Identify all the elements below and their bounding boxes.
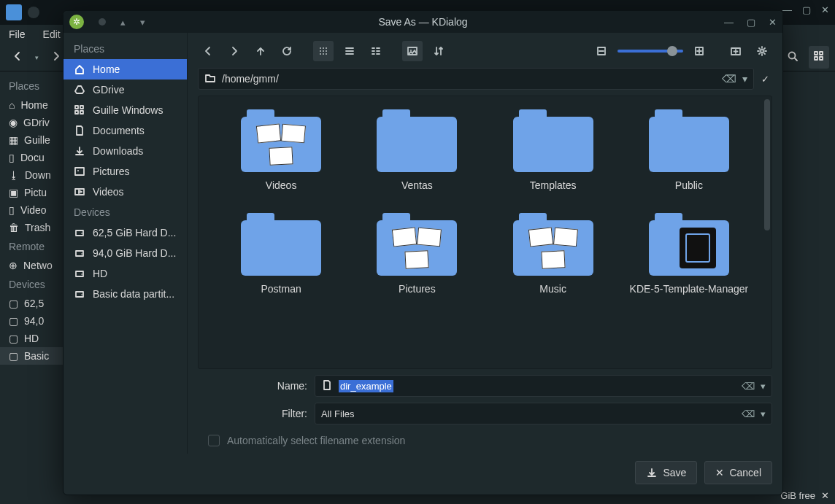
name-value: dir_example: [339, 380, 393, 392]
bg-sidebar-item[interactable]: ⌂Home: [0, 96, 69, 114]
path-text: /home/gmm/: [222, 73, 279, 85]
svg-point-24: [323, 50, 324, 52]
settings-button[interactable]: [752, 41, 772, 61]
svg-point-13: [81, 233, 82, 234]
bg-sidebar-item[interactable]: ⭳Down: [0, 166, 69, 184]
bg-sidebar-item[interactable]: ⊕Netwo: [0, 257, 69, 274]
sidebar-item-pictures[interactable]: Pictures: [64, 161, 187, 182]
svg-point-10: [77, 170, 79, 171]
view-icons-button[interactable]: [313, 41, 334, 61]
folder-ventas[interactable]: Ventas: [356, 109, 477, 191]
disk-icon: [74, 288, 85, 300]
chevron-down-icon[interactable]: ▾: [140, 17, 145, 28]
sidebar-item-device[interactable]: 62,5 GiB Hard D...: [64, 222, 187, 243]
reload-button[interactable]: [277, 41, 297, 61]
close-icon[interactable]: ✕: [821, 4, 829, 15]
zoom-out-button[interactable]: [591, 41, 612, 61]
path-input[interactable]: /home/gmm/ ⌫ ▾: [198, 68, 754, 90]
svg-point-19: [81, 294, 82, 295]
clear-icon[interactable]: ⌫: [742, 408, 755, 419]
folder-icon: [204, 72, 216, 86]
sidebar-item-label: Guille Windows: [93, 104, 163, 116]
clear-icon[interactable]: ⌫: [722, 73, 736, 85]
maximize-icon[interactable]: ▢: [747, 17, 755, 28]
sidebar-item-label: HD: [93, 268, 107, 279]
checkbox[interactable]: [208, 435, 220, 446]
svg-rect-11: [75, 189, 84, 195]
view-list-button[interactable]: [339, 41, 360, 61]
chevron-down-icon[interactable]: ▾: [761, 408, 766, 419]
bg-sidebar-item[interactable]: 🗑Trash: [0, 219, 69, 236]
save-button[interactable]: Save: [635, 461, 697, 484]
bg-sidebar-item[interactable]: ▢HD: [0, 330, 69, 347]
cancel-button[interactable]: ✕ Cancel: [704, 461, 772, 484]
bg-sidebar-item[interactable]: ▯Video: [0, 201, 69, 219]
filter-field[interactable]: All Files ⌫ ▾: [315, 403, 772, 424]
sidebar-item-guille-windows[interactable]: Guille Windows: [64, 100, 187, 120]
bg-sidebar-item[interactable]: ▢62,5: [0, 295, 69, 312]
view-icons-button[interactable]: [809, 46, 829, 69]
sidebar-item-downloads[interactable]: Downloads: [64, 141, 187, 161]
folder-icon: [649, 109, 729, 172]
folder-postman[interactable]: Postman: [220, 213, 342, 295]
folder-label: Music: [539, 283, 566, 295]
chevron-down-icon[interactable]: ▾: [35, 54, 39, 61]
chevron-down-icon[interactable]: ▾: [742, 73, 747, 85]
folder-videos[interactable]: Videos: [220, 109, 342, 191]
disk-icon: [74, 227, 85, 239]
forward-button[interactable]: [224, 41, 245, 61]
new-folder-button[interactable]: [726, 41, 746, 61]
sidebar-item-device[interactable]: HD: [64, 263, 187, 284]
maximize-icon[interactable]: ▢: [802, 4, 811, 15]
file-grid[interactable]: VideosVentasTemplatesPublicPostmanPictur…: [198, 96, 772, 369]
chevron-down-icon[interactable]: ▾: [761, 381, 766, 392]
minimize-icon[interactable]: —: [782, 4, 792, 15]
devices-header: Devices: [64, 202, 187, 222]
close-icon[interactable]: ✕: [769, 17, 777, 28]
folder-pictures[interactable]: Pictures: [356, 213, 477, 295]
back-button[interactable]: [198, 41, 218, 61]
bg-sidebar-item[interactable]: ▯Docu: [0, 149, 69, 166]
preview-button[interactable]: [402, 41, 423, 61]
minimize-icon[interactable]: —: [724, 17, 734, 28]
sidebar-item-home[interactable]: Home: [64, 59, 187, 80]
sidebar-item-label: Basic data partit...: [93, 288, 174, 300]
folder-kde-5-template-manager[interactable]: KDE-5-Template-Manager: [628, 213, 750, 295]
sort-button[interactable]: [428, 41, 449, 61]
view-tree-button[interactable]: [366, 41, 386, 61]
accept-path-icon[interactable]: ✓: [758, 74, 772, 85]
menu-edit[interactable]: Edit: [43, 28, 61, 40]
sidebar-item-documents[interactable]: Documents: [64, 120, 187, 141]
clear-icon[interactable]: ⌫: [742, 381, 755, 392]
bg-sidebar-item[interactable]: ▦Guille: [0, 131, 69, 149]
close-status-icon[interactable]: ✕: [821, 490, 829, 501]
doc-icon: [74, 125, 85, 136]
folder-public[interactable]: Public: [628, 109, 750, 191]
name-field[interactable]: dir_example ⌫ ▾: [315, 375, 772, 397]
chevron-up-icon[interactable]: ▴: [120, 17, 126, 28]
folder-music[interactable]: Music: [493, 213, 614, 295]
bg-sidebar-item[interactable]: ▣Pictu: [0, 184, 69, 201]
auto-extension-row[interactable]: Automatically select filename extension: [198, 435, 772, 446]
zoom-in-button[interactable]: [689, 41, 709, 61]
folder-templates[interactable]: Templates: [493, 109, 614, 191]
search-icon[interactable]: [782, 46, 803, 69]
titlebar-dot: [28, 7, 39, 18]
gdrive-icon: [74, 84, 85, 96]
dialog-titlebar[interactable]: ✲ ▴ ▾ Save As — KDialog — ▢ ✕: [64, 11, 782, 33]
svg-point-15: [81, 253, 82, 255]
menu-file[interactable]: File: [9, 28, 26, 40]
bg-sidebar-item[interactable]: ▢94,0: [0, 312, 69, 330]
sidebar-item-gdrive[interactable]: GDrive: [64, 80, 187, 100]
auto-extension-label: Automatically select filename extension: [227, 435, 405, 446]
sidebar-item-device[interactable]: Basic data partit...: [64, 284, 187, 304]
scrollbar[interactable]: [764, 99, 770, 230]
bg-sidebar-item[interactable]: ◉GDriv: [0, 114, 69, 131]
zoom-slider[interactable]: [617, 50, 683, 53]
back-icon[interactable]: [6, 47, 29, 67]
sidebar-item-videos[interactable]: Videos: [64, 182, 187, 202]
up-button[interactable]: [250, 41, 271, 61]
sidebar-item-device[interactable]: 94,0 GiB Hard D...: [64, 243, 187, 263]
bg-sidebar-item[interactable]: ▢Basic: [0, 347, 69, 365]
app-icon: [6, 4, 22, 20]
